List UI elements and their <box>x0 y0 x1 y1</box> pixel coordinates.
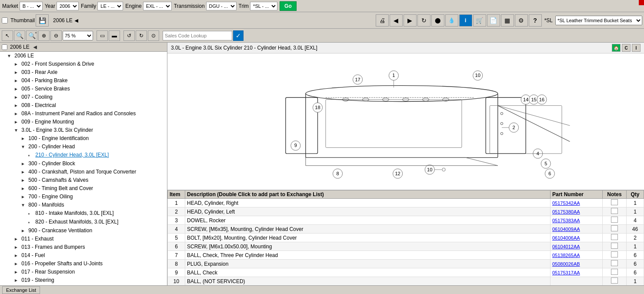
info-icon[interactable]: i <box>459 14 472 27</box>
notes-box[interactable] <box>611 199 618 205</box>
cell-part[interactable]: 05080026AB <box>551 260 603 268</box>
back-icon[interactable]: ◀ <box>390 14 403 27</box>
notes-box[interactable] <box>611 269 618 275</box>
notes-box[interactable] <box>611 217 618 223</box>
home-icon[interactable]: 🏠 <box>612 44 621 52</box>
tree-item-700[interactable]: ► 700 - Engine Oiling <box>0 193 167 201</box>
left-nav-icon[interactable]: ◄ <box>32 43 38 50</box>
notes-box[interactable] <box>611 243 618 249</box>
tree-item-007[interactable]: ► 007 - Cooling <box>0 93 167 101</box>
year-select[interactable]: 2006 <box>57 2 79 10</box>
tree-item-800[interactable]: ▼ 800 - Manifolds <box>0 201 167 209</box>
tree-item-400[interactable]: ► 400 - Crankshaft, Piston and Torque Co… <box>0 168 167 176</box>
zoom-in-icon[interactable]: 🔍+ <box>26 30 37 41</box>
part-number-link[interactable]: 05138265AA <box>552 253 580 258</box>
part-number-link[interactable]: 05080026AB <box>552 261 580 267</box>
part-number-link[interactable]: 06104009AA <box>552 227 580 232</box>
zoom-fit-width[interactable]: ⊕ <box>38 30 50 41</box>
tree-item-019[interactable]: ► 019 - Steering <box>0 276 167 284</box>
print-icon[interactable]: 🖨 <box>376 14 389 27</box>
question-icon[interactable]: ? <box>529 14 542 27</box>
left-checkbox[interactable] <box>2 44 7 50</box>
tree-item-300[interactable]: ► 300 - Cylinder Block <box>0 160 167 168</box>
tree-item-004[interactable]: ► 004 - Parking Brake <box>0 77 167 85</box>
notes-box[interactable] <box>611 234 618 240</box>
rotate-right[interactable]: ↻ <box>136 30 147 41</box>
cell-part[interactable]: 05175317AA <box>551 268 603 277</box>
part-number-link[interactable]: 05175383AA <box>552 218 580 223</box>
grid-icon[interactable]: ▦ <box>501 14 514 27</box>
cell-part[interactable]: 05175380AA <box>551 207 603 216</box>
tree-item-014[interactable]: ► 014 - Fuel <box>0 251 167 260</box>
cell-part[interactable]: 06104012AA <box>551 242 603 251</box>
zoom-select[interactable]: 75 % <box>63 31 93 40</box>
tree-item-009[interactable]: ► 009 - Engine Mounting <box>0 118 167 126</box>
table-row[interactable]: 3DOWEL, Rocker05175383AA4 <box>168 216 644 225</box>
layout-single[interactable]: ▭ <box>97 30 108 41</box>
tree-item-500[interactable]: ► 500 - Camshafts & Valves <box>0 176 167 184</box>
cursor-tool[interactable]: ↖ <box>2 30 13 41</box>
zoom-fit-height[interactable]: ⊖ <box>50 30 62 41</box>
part-number-link[interactable]: 06104006AA <box>552 235 580 241</box>
part-number-link[interactable]: 05175317AA <box>552 270 580 275</box>
transmission-select[interactable]: DGU - ... <box>206 2 237 10</box>
cell-part[interactable]: 05138265AA <box>551 251 603 260</box>
tree-item-900[interactable]: ► 900 - Crankcase Ventilation <box>0 227 167 235</box>
cart-icon[interactable]: 🛒 <box>473 14 486 27</box>
reset-view[interactable]: ⊙ <box>148 30 159 41</box>
cell-part[interactable]: 06104006AA <box>551 234 603 242</box>
cell-part[interactable] <box>551 277 603 286</box>
tree-item-210[interactable]: ● 210 - Cylinder Head, 3.0L [EXL] <box>0 151 167 160</box>
copy-i-icon[interactable]: I <box>632 44 641 52</box>
trim-select-top[interactable]: *SL - ... <box>250 2 277 10</box>
tree-item-100[interactable]: ► 100 - Engine Identification <box>0 134 167 143</box>
left-arrow-nav[interactable]: ◄ <box>73 17 80 24</box>
table-row[interactable]: 9BALL, Check05175317AA6 <box>168 268 644 277</box>
tree-item-003[interactable]: ► 003 - Rear Axle <box>0 68 167 77</box>
table-row[interactable]: 2HEAD, Cylinder, Left05175380AA1 <box>168 207 644 216</box>
tree-item-NAG1[interactable]: ► NAG1 - Automatic Transmission 5 Speed <box>0 284 167 285</box>
tree-item-011[interactable]: ► 011 - Exhaust <box>0 235 167 243</box>
cell-part[interactable]: 05175342AA <box>551 199 603 207</box>
save-icon[interactable]: 💾 <box>36 14 49 27</box>
search-confirm-icon[interactable]: ✓ <box>233 30 244 41</box>
copy-c-icon[interactable]: C <box>622 44 631 52</box>
refresh-icon[interactable]: ↻ <box>417 14 430 27</box>
tree-item-013[interactable]: ► 013 - Frames and Bumpers <box>0 243 167 251</box>
table-row[interactable]: 7BALL, Check, Three Per Cylinder Head051… <box>168 251 644 260</box>
tree-item-008[interactable]: ► 008 - Electrical <box>0 101 167 110</box>
tree-item-005[interactable]: ► 005 - Service Brakes <box>0 85 167 93</box>
tree-item-002[interactable]: ► 002 - Front Suspension & Drive <box>0 60 167 68</box>
part-number-link[interactable]: 05175380AA <box>552 209 580 214</box>
circle-icon[interactable]: ⬤ <box>431 14 444 27</box>
page-icon[interactable]: 📄 <box>487 14 500 27</box>
exchange-list-button[interactable]: Exchange List <box>2 286 40 294</box>
tree-item-017[interactable]: ► 017 - Rear Suspension <box>0 268 167 276</box>
notes-box[interactable] <box>611 251 618 257</box>
link-210[interactable]: 210 - Cylinder Head, 3.0L [EXL] <box>35 152 109 158</box>
cell-part[interactable]: 05175383AA <box>551 216 603 225</box>
tree-item-3L[interactable]: ▼ 3.0L - Engine 3.0L Six Cylinder <box>0 126 167 134</box>
notes-box[interactable] <box>611 208 618 214</box>
tree-item-200[interactable]: ▼ 200 - Cylinder Head <box>0 143 167 151</box>
rotate-left[interactable]: ↺ <box>123 30 135 41</box>
settings-icon[interactable]: ⚙ <box>515 14 528 27</box>
tree-item-016[interactable]: ► 016 - Propeller Shafts and U-Joints <box>0 260 167 268</box>
thumbnail-checkbox[interactable] <box>2 17 8 23</box>
layout-double[interactable]: ▬ <box>109 30 120 41</box>
table-row[interactable]: 1HEAD, Cylinder, Right05175342AA1 <box>168 199 644 207</box>
part-number-link[interactable]: 05175342AA <box>552 200 580 206</box>
table-row[interactable]: 6SCREW, [M6x1.00x50.00], Mounting0610401… <box>168 242 644 251</box>
cell-part[interactable]: 06104009AA <box>551 225 603 234</box>
sales-code-search[interactable] <box>163 31 232 40</box>
notes-box[interactable] <box>611 225 618 231</box>
engine-select[interactable]: EXL - ... <box>143 2 172 10</box>
table-row[interactable]: 10BALL, (NOT SERVICED)1 <box>168 277 644 286</box>
notes-box[interactable] <box>611 277 618 284</box>
tree-root-item[interactable]: ▼ 2006 LE <box>0 52 167 60</box>
tree-item-820[interactable]: ● 820 - Exhaust Manifolds, 3.0L [EXL] <box>0 218 167 227</box>
part-number-link[interactable]: 06104012AA <box>552 244 580 249</box>
notes-box[interactable] <box>611 260 618 266</box>
zoom-out-icon[interactable]: 🔍 <box>14 30 25 41</box>
family-select[interactable]: LE - ... <box>97 2 123 10</box>
